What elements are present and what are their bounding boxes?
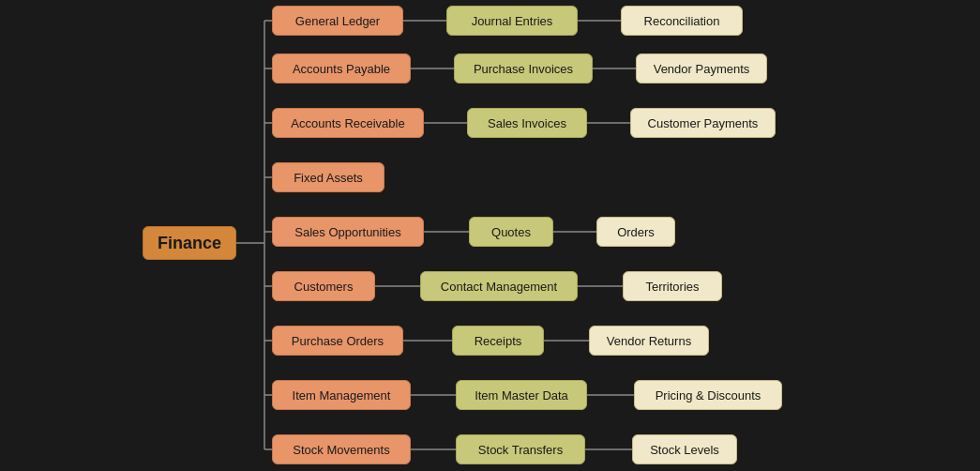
node-pi: Purchase Invoices [454,53,593,84]
node-ar: Accounts Receivable [272,108,424,138]
node-gl: General Ledger [272,6,403,36]
node-rec: Reconciliation [621,6,743,36]
node-qu: Quotes [469,217,553,247]
node-sm: Stock Movements [272,434,411,464]
node-te: Territories [623,271,722,301]
node-st: Stock Transfers [456,434,585,464]
node-fa: Fixed Assets [272,162,384,192]
node-sl: Stock Levels [632,434,737,464]
node-si: Sales Invoices [467,108,587,138]
mind-map-diagram: FinanceGeneral LedgerJournal EntriesReco… [0,0,980,471]
node-vr: Vendor Returns [589,326,709,356]
root-node: Finance [143,226,236,260]
node-re: Receipts [452,326,544,356]
node-or: Orders [596,217,675,247]
node-je: Journal Entries [446,6,578,36]
node-cp: Customer Payments [630,108,776,138]
node-im: Item Management [272,380,411,410]
node-cm: Contact Management [420,271,578,301]
node-so: Sales Opportunities [272,217,424,247]
node-pd: Pricing & Discounts [634,380,782,410]
node-cu: Customers [272,271,375,301]
node-ap: Accounts Payable [272,53,411,84]
node-vp: Vendor Payments [636,53,767,84]
node-imd: Item Master Data [456,380,587,410]
node-po: Purchase Orders [272,326,403,356]
